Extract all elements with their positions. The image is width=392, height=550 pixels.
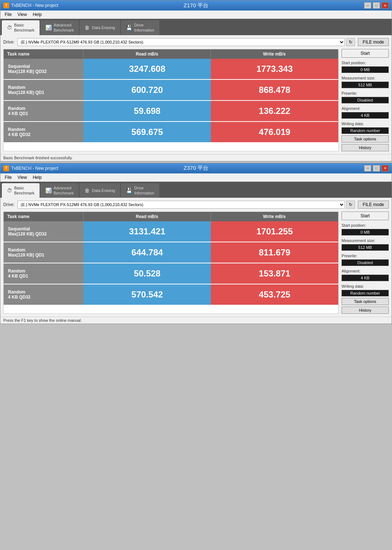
menu-help-1[interactable]: Help: [30, 11, 45, 18]
drive-refresh-btn-2[interactable]: ↻: [346, 201, 355, 209]
history-btn-2[interactable]: History: [342, 307, 389, 314]
measurement-size-label-1: Measurement size:: [342, 76, 389, 80]
drive-refresh-btn-1[interactable]: ↻: [346, 38, 355, 46]
bench-row-rand4kqd32-2: Random4 KB QD32 570.542 453.725: [4, 284, 338, 305]
app-icon-1: T: [3, 3, 9, 8]
start-button-1[interactable]: Start: [342, 49, 389, 58]
bench-write-rand128-1: 868.478: [211, 80, 338, 100]
tab-basic-label-1: BasicBenchmark: [14, 22, 34, 33]
alignment-value-2: 4 KB: [342, 275, 389, 281]
tab-drive-info-1[interactable]: 💾 DriveInformation: [121, 20, 159, 35]
bench-read-rand128-2: 644.784: [83, 242, 211, 263]
drive-label-1: Drive:: [3, 40, 15, 45]
start-position-value-1: 0 MB: [342, 66, 389, 73]
benchmark-table-1: Task name Read mB/s Write mB/s Sequentia…: [3, 49, 339, 151]
menu-view-1[interactable]: View: [15, 11, 30, 18]
history-btn-1[interactable]: History: [342, 144, 389, 151]
app-icon-2: T: [3, 165, 9, 171]
title-bar-left-2: T TxBENCH - New project: [3, 165, 58, 171]
menu-file-1[interactable]: File: [2, 11, 15, 18]
bench-label-seq-2: SequentialMax(128 KB) QD32: [4, 221, 83, 242]
drive-row-1: Drive: (E:) NVMe PLEXTOR PX-512M9 476.93…: [3, 38, 389, 46]
file-mode-btn-2[interactable]: FILE mode: [358, 201, 389, 209]
bench-row-rand128-1: RandomMax(128 KB) QD1 600.720 868.478: [4, 80, 338, 101]
close-button-2[interactable]: ✕: [381, 165, 389, 172]
tab-drive-label-1: DriveInformation: [134, 22, 154, 33]
window-center-title-1: Z170 平台: [184, 2, 208, 9]
window-title-2: TxBENCH - New project: [11, 166, 58, 171]
bench-row-rand4k-2: Random4 KB QD1 50.528 153.871: [4, 263, 338, 284]
drive-select-1[interactable]: (E:) NVMe PLEXTOR PX-512M9 476.93 GB (1,…: [17, 38, 345, 46]
task-options-btn-1[interactable]: Task options: [342, 135, 389, 143]
bench-label-rand128-1: RandomMax(128 KB) QD1: [4, 80, 83, 100]
header-write-1: Write mB/s: [211, 49, 338, 59]
bench-read-seq-2: 3131.421: [83, 221, 211, 242]
window-center-title-2: Z370 平台: [184, 165, 208, 172]
prewrite-value-1: Disabled: [342, 97, 389, 103]
maximize-button-2[interactable]: □: [373, 165, 380, 172]
tab-drive-info-2[interactable]: 💾 DriveInformation: [121, 183, 159, 198]
status-bar-1: Basic Benchmark finished successfully.: [0, 154, 392, 161]
drive-select-wrapper-2: (E:) NVMe PLEXTOR PX-512M9 476.93 GB (1,…: [17, 201, 355, 209]
bench-row-seq-2: SequentialMax(128 KB) QD32 3131.421 1701…: [4, 221, 338, 242]
tab-advanced-benchmark-1[interactable]: 📊 AdvancedBenchmark: [40, 20, 79, 35]
tab-basic-benchmark-1[interactable]: ⏱ BasicBenchmark: [2, 20, 40, 35]
close-button-1[interactable]: ✕: [381, 2, 389, 9]
measurement-size-value-1: 512 MB: [342, 82, 389, 88]
content-area-1: Drive: (E:) NVMe PLEXTOR PX-512M9 476.93…: [0, 35, 392, 154]
menu-help-2[interactable]: Help: [30, 174, 45, 181]
bench-row-rand4kqd32-1: Random4 KB QD32 569.675 476.019: [4, 122, 338, 143]
prewrite-label-2: Prewrite:: [342, 254, 389, 258]
bench-row-rand128-2: RandomMax(128 KB) QD1 644.784 811.679: [4, 242, 338, 263]
drive-label-2: Drive:: [3, 202, 15, 207]
file-mode-btn-1[interactable]: FILE mode: [358, 38, 389, 46]
minimize-button-2[interactable]: ─: [364, 165, 371, 172]
bench-read-rand128-1: 600.720: [83, 80, 211, 100]
alignment-label-1: Alignment:: [342, 106, 389, 111]
table-header-2: Task name Read mB/s Write mB/s: [4, 212, 338, 221]
header-write-2: Write mB/s: [211, 212, 338, 221]
tab-advanced-benchmark-2[interactable]: 📊 AdvancedBenchmark: [40, 183, 79, 198]
bench-write-seq-1: 1773.343: [211, 59, 338, 79]
title-bar-controls-1: ─ □ ✕: [364, 2, 389, 9]
minimize-button-1[interactable]: ─: [364, 2, 371, 9]
main-content-2: Task name Read mB/s Write mB/s Sequentia…: [3, 212, 389, 314]
task-options-btn-2[interactable]: Task options: [342, 298, 389, 305]
menu-view-2[interactable]: View: [15, 174, 30, 181]
tab-data-erasing-2[interactable]: 🗑 Data Erasing: [79, 183, 120, 198]
tab-basic-benchmark-2[interactable]: ⏱ BasicBenchmark: [2, 183, 40, 198]
title-bar-left-1: T TxBENCH - New project: [3, 3, 58, 8]
header-task-2: Task name: [4, 212, 83, 221]
chart-icon-2: 📊: [45, 188, 52, 193]
bench-read-rand4k-2: 50.528: [83, 263, 211, 284]
window-title-1: TxBENCH - New project: [11, 3, 58, 8]
measurement-size-label-2: Measurement size:: [342, 238, 389, 243]
start-button-2[interactable]: Start: [342, 212, 389, 220]
writing-data-value-2: Random number: [342, 290, 389, 296]
drive-select-2[interactable]: (E:) NVMe PLEXTOR PX-512M9 476.93 GB (1,…: [17, 201, 345, 209]
benchmark-table-2: Task name Read mB/s Write mB/s Sequentia…: [3, 212, 339, 314]
menu-file-2[interactable]: File: [2, 174, 15, 181]
drive-icon-1: 💾: [126, 25, 132, 30]
timer-icon-1: ⏱: [7, 25, 12, 30]
bench-write-rand128-2: 811.679: [211, 242, 338, 263]
title-bar-1: T TxBENCH - New project Z170 平台 ─ □ ✕: [0, 0, 392, 11]
prewrite-value-2: Disabled: [342, 259, 389, 266]
bench-write-seq-2: 1701.255: [211, 221, 338, 242]
tab-advanced-label-2: AdvancedBenchmark: [54, 185, 74, 196]
maximize-button-1[interactable]: □: [373, 2, 380, 9]
table-header-1: Task name Read mB/s Write mB/s: [4, 49, 338, 59]
writing-data-label-1: Writing data:: [342, 122, 389, 126]
alignment-value-1: 4 KB: [342, 112, 389, 119]
bench-read-seq-1: 3247.608: [83, 59, 211, 79]
start-position-label-1: Start position:: [342, 61, 389, 65]
bench-label-rand4kqd32-2: Random4 KB QD32: [4, 284, 83, 305]
timer-icon-2: ⏱: [7, 188, 12, 193]
alignment-label-2: Alignment:: [342, 269, 389, 273]
status-text-2: Press the F1 key to show the online manu…: [3, 318, 82, 323]
bench-label-rand128-2: RandomMax(128 KB) QD1: [4, 242, 83, 263]
drive-icon-2: 💾: [126, 188, 132, 193]
right-panel-2: Start Start position: 0 MB Measurement s…: [342, 212, 389, 314]
bench-read-rand4kqd32-2: 570.542: [83, 284, 211, 305]
tab-data-erasing-1[interactable]: 🗑 Data Erasing: [79, 20, 120, 35]
